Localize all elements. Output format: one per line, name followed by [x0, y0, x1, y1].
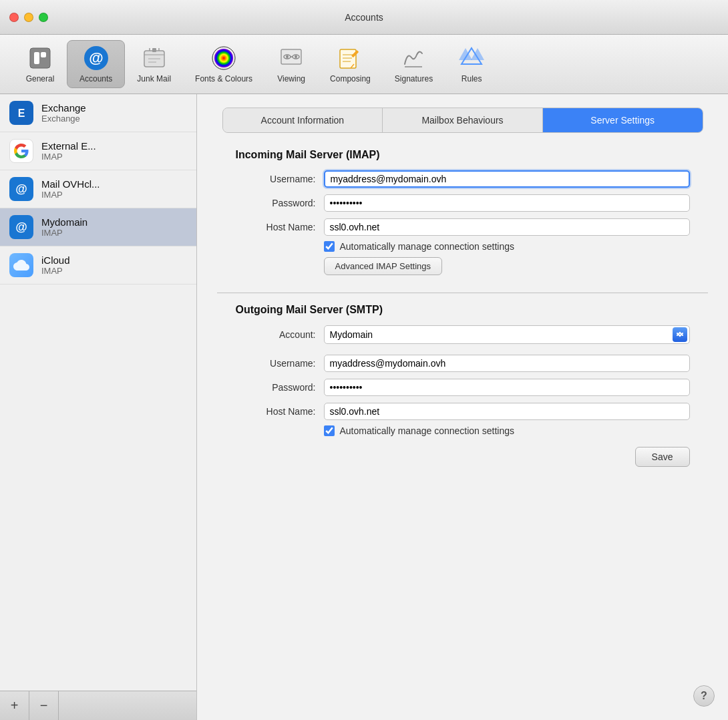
svg-text:@: @: [15, 220, 27, 234]
account-item-external[interactable]: External E... IMAP: [0, 132, 196, 170]
mail-ovh-name: Mail OVHcl...: [41, 178, 100, 190]
toolbar-label-accounts: Accounts: [79, 74, 112, 83]
outgoing-auto-manage-row: Automatically manage connection settings: [324, 425, 690, 436]
save-button[interactable]: Save: [635, 447, 690, 467]
outgoing-account-select-wrapper: Mydomain: [324, 325, 690, 344]
window-title: Accounts: [345, 12, 383, 23]
outgoing-account-select[interactable]: Mydomain: [324, 325, 690, 344]
outgoing-auto-manage-checkbox[interactable]: [324, 425, 335, 436]
toolbar-item-viewing[interactable]: Viewing: [264, 41, 318, 87]
account-item-icloud[interactable]: iCloud IMAP: [0, 246, 196, 285]
toolbar-label-fonts-colours: Fonts & Colours: [195, 74, 252, 83]
icloud-icon: [9, 253, 33, 277]
external-type: IMAP: [41, 152, 96, 162]
outgoing-username-label: Username:: [236, 358, 316, 369]
minimize-button[interactable]: [24, 13, 33, 22]
icloud-name: iCloud: [41, 254, 70, 266]
outgoing-auto-manage-label[interactable]: Automatically manage connection settings: [340, 425, 514, 436]
viewing-icon: [278, 45, 305, 71]
close-button[interactable]: [9, 13, 19, 22]
outgoing-password-input[interactable]: [324, 379, 690, 396]
composing-icon: [337, 45, 363, 71]
mail-ovh-type: IMAP: [41, 190, 100, 200]
incoming-password-input[interactable]: [324, 194, 690, 212]
mydomain-icon: @: [9, 215, 33, 239]
window-controls: [9, 13, 48, 22]
google-icon: [9, 139, 33, 163]
toolbar-item-general[interactable]: General: [13, 41, 67, 87]
svg-rect-2: [41, 52, 46, 57]
outgoing-username-input[interactable]: [324, 355, 690, 372]
save-button-row: Save: [236, 447, 690, 467]
account-item-mydomain[interactable]: @ Mydomain IMAP: [0, 208, 196, 246]
toolbar-item-rules[interactable]: Rules: [445, 41, 498, 87]
svg-text:@: @: [15, 182, 27, 196]
content-area: Account Information Mailbox Behaviours S…: [197, 94, 728, 720]
help-button[interactable]: ?: [693, 685, 715, 707]
toolbar-item-accounts[interactable]: @ Accounts: [67, 40, 125, 88]
mail-ovh-info: Mail OVHcl... IMAP: [41, 178, 100, 200]
outgoing-section: Outgoing Mail Server (SMTP) Account: Myd…: [236, 304, 690, 467]
icloud-info: iCloud IMAP: [41, 254, 70, 276]
account-list: E Exchange Exchange: [0, 94, 196, 691]
incoming-section-title: Incoming Mail Server (IMAP): [236, 149, 690, 161]
svg-text:@: @: [89, 49, 103, 66]
fonts-colours-icon: [210, 45, 237, 71]
svg-rect-0: [30, 48, 50, 68]
tab-server-settings[interactable]: Server Settings: [543, 108, 703, 132]
incoming-username-label: Username:: [236, 174, 316, 184]
toolbar-item-composing[interactable]: Composing: [318, 41, 383, 87]
mydomain-info: Mydomain IMAP: [41, 216, 87, 238]
svg-text:E: E: [18, 108, 25, 119]
general-icon: [27, 45, 53, 71]
toolbar-item-fonts-colours[interactable]: Fonts & Colours: [183, 41, 264, 87]
svg-rect-7: [152, 48, 156, 52]
toolbar-item-junk-mail[interactable]: Junk Mail: [125, 41, 183, 87]
incoming-password-label: Password:: [236, 198, 316, 208]
toolbar-label-signatures: Signatures: [395, 74, 433, 83]
exchange-type: Exchange: [41, 114, 86, 124]
toolbar-label-junk-mail: Junk Mail: [137, 74, 171, 83]
incoming-auto-manage-checkbox[interactable]: [324, 241, 335, 252]
tab-mailbox-behaviours[interactable]: Mailbox Behaviours: [383, 108, 543, 132]
sidebar-bottom: + −: [0, 691, 196, 720]
mail-ovh-icon: @: [9, 177, 33, 201]
tab-bar: Account Information Mailbox Behaviours S…: [222, 108, 703, 133]
add-account-button[interactable]: +: [0, 691, 29, 721]
sidebar: E Exchange Exchange: [0, 94, 197, 720]
maximize-button[interactable]: [39, 13, 48, 22]
tab-account-information[interactable]: Account Information: [223, 108, 383, 132]
title-bar: Accounts: [0, 0, 728, 35]
toolbar-label-viewing: Viewing: [277, 74, 305, 83]
incoming-section: Incoming Mail Server (IMAP) Username: Pa…: [236, 149, 690, 286]
signatures-icon: [400, 45, 427, 71]
outgoing-hostname-input[interactable]: [324, 403, 690, 420]
toolbar-label-rules: Rules: [462, 74, 482, 83]
toolbar: General @ Accounts Junk Mail: [0, 35, 728, 94]
svg-rect-1: [34, 52, 39, 64]
account-item-mail-ovh[interactable]: @ Mail OVHcl... IMAP: [0, 170, 196, 208]
external-name: External E...: [41, 140, 96, 152]
exchange-icon: E: [9, 101, 33, 125]
outgoing-account-label: Account:: [236, 329, 316, 340]
svg-point-17: [286, 55, 289, 58]
svg-point-14: [214, 49, 233, 67]
toolbar-item-signatures[interactable]: Signatures: [383, 41, 445, 87]
accounts-icon: @: [83, 45, 110, 71]
incoming-auto-manage-label[interactable]: Automatically manage connection settings: [340, 241, 514, 252]
incoming-auto-manage-row: Automatically manage connection settings: [324, 241, 690, 252]
remove-account-button[interactable]: −: [29, 691, 59, 721]
junk-mail-icon: [141, 45, 168, 71]
incoming-hostname-input[interactable]: [324, 218, 690, 236]
account-item-exchange[interactable]: E Exchange Exchange: [0, 94, 196, 132]
external-info: External E... IMAP: [41, 140, 96, 162]
main-area: E Exchange Exchange: [0, 94, 728, 720]
mydomain-type: IMAP: [41, 228, 87, 238]
mydomain-name: Mydomain: [41, 216, 87, 228]
outgoing-account-form: Account: Mydomain: [236, 325, 690, 344]
advanced-imap-button[interactable]: Advanced IMAP Settings: [324, 257, 443, 275]
svg-point-19: [295, 55, 297, 58]
incoming-username-input[interactable]: [324, 170, 690, 188]
toolbar-label-composing: Composing: [330, 74, 371, 83]
exchange-name: Exchange: [41, 102, 86, 114]
